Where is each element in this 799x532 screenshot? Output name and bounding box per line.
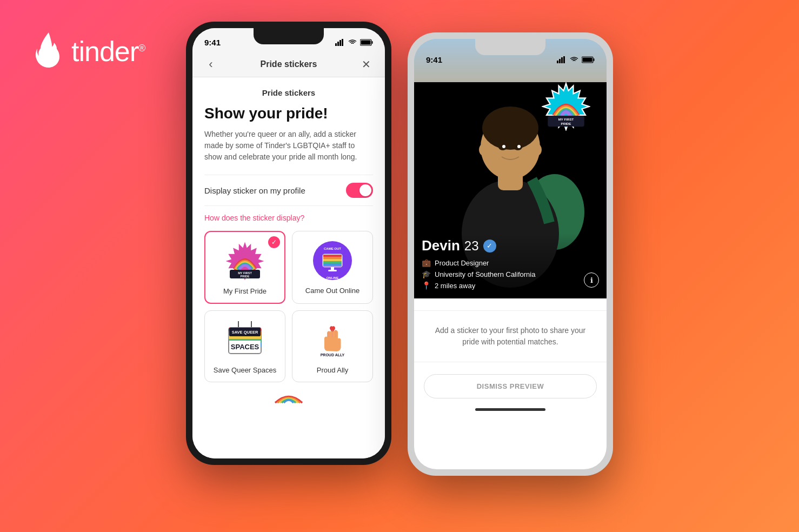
detail-school: 🎓 University of Southern California — [422, 270, 583, 278]
nav-bar-left: ‹ Pride stickers ✕ — [192, 52, 385, 77]
toggle-row: Display sticker on my profile — [204, 175, 373, 206]
school-icon: 🎓 — [422, 270, 430, 278]
bottom-peek-sticker — [204, 388, 373, 404]
detail-job: 💼 Product Designer — [422, 258, 583, 267]
save-queer-spaces-sticker-svg: SAVE QUEER SPACES — [223, 321, 267, 359]
profile-overlay-info: Devin 23 ✓ 💼 Product Designer 🎓 Universi… — [422, 237, 583, 292]
svg-rect-42 — [559, 59, 561, 63]
battery-icon-right — [582, 56, 595, 63]
status-icons-right — [557, 56, 595, 63]
screen-description: Whether you're queer or an ally, add a s… — [204, 129, 373, 163]
svg-rect-46 — [594, 58, 595, 61]
sticker-name-proud-ally: Proud Ally — [317, 366, 349, 374]
signal-icon-left — [335, 39, 345, 46]
dismiss-preview-button[interactable]: DISMISS PREVIEW — [424, 374, 597, 398]
tinder-logo: tinder® — [32, 32, 145, 70]
battery-icon-left — [360, 39, 373, 46]
phones-container: 9:41 — [186, 22, 613, 476]
svg-rect-6 — [361, 40, 371, 44]
svg-rect-19 — [323, 265, 342, 267]
profile-details: 💼 Product Designer 🎓 University of South… — [422, 258, 583, 290]
svg-point-59 — [502, 145, 505, 148]
svg-point-60 — [517, 145, 521, 148]
profile-photo: 9:41 — [414, 39, 607, 298]
location-icon: 📍 — [422, 281, 430, 290]
sticker-name-my-first-pride: My First Pride — [223, 287, 267, 295]
screen-content-left: Pride stickers Show your pride! Whether … — [192, 77, 385, 458]
detail-distance: 📍 2 miles away — [422, 281, 583, 290]
add-sticker-text: Add a sticker to your first photo to sha… — [414, 317, 607, 355]
verified-badge: ✓ — [483, 240, 496, 252]
svg-text:PRIDE: PRIDE — [561, 122, 571, 125]
info-button[interactable]: ℹ — [584, 272, 599, 288]
svg-rect-14 — [323, 255, 342, 257]
wifi-icon-right — [570, 56, 578, 63]
svg-point-56 — [533, 144, 542, 156]
screen-main-heading: Show your pride! — [204, 105, 373, 122]
svg-rect-41 — [557, 61, 558, 63]
svg-rect-18 — [323, 263, 342, 265]
signal-icon-right — [557, 56, 567, 63]
sticker-image-came-out-online: CAME OUT ONLINE — [311, 239, 354, 282]
svg-rect-16 — [323, 259, 342, 261]
back-button[interactable]: ‹ — [203, 57, 218, 71]
profile-name: Devin — [422, 237, 460, 254]
svg-text:SPACES: SPACES — [231, 343, 259, 351]
phone-notch-left — [254, 28, 324, 44]
profile-name-row: Devin 23 ✓ — [422, 237, 583, 254]
status-icons-left — [335, 39, 373, 46]
sticker-image-save-queer-spaces: SAVE QUEER SPACES — [223, 318, 267, 362]
status-time-right: 9:41 — [426, 55, 442, 64]
svg-rect-15 — [323, 257, 342, 259]
svg-rect-17 — [323, 261, 342, 263]
svg-rect-21 — [328, 270, 337, 271]
svg-rect-3 — [342, 39, 343, 46]
sticker-came-out-online[interactable]: CAME OUT ONLINE Came Out Online — [292, 231, 373, 304]
profile-age: 23 — [464, 238, 479, 254]
check-badge-my-first-pride: ✓ — [268, 236, 280, 248]
svg-text:ONLINE: ONLINE — [327, 276, 339, 280]
svg-rect-1 — [337, 42, 339, 46]
peek-sticker-svg — [272, 388, 305, 404]
svg-rect-47 — [583, 57, 592, 62]
wifi-icon-left — [348, 39, 357, 46]
sticker-name-came-out-online: Came Out Online — [305, 287, 359, 295]
phone-notch-right — [475, 39, 545, 55]
close-button[interactable]: ✕ — [359, 58, 374, 71]
svg-text:SAVE QUEER: SAVE QUEER — [232, 330, 258, 335]
sticker-image-proud-ally: PROUD ALLY — [311, 318, 354, 362]
svg-rect-43 — [561, 57, 563, 63]
home-indicator-right — [475, 408, 545, 411]
phone-left: 9:41 — [186, 22, 391, 465]
screen-subheading: Pride stickers — [204, 88, 373, 97]
how-display-link[interactable]: How does the sticker display? — [204, 214, 373, 222]
proud-ally-sticker-svg: PROUD ALLY — [314, 321, 351, 359]
svg-rect-0 — [335, 43, 337, 46]
flame-icon — [32, 32, 65, 70]
svg-text:PROUD ALLY: PROUD ALLY — [321, 353, 345, 357]
my-first-pride-sticker-svg: MY FIRST PRIDE — [223, 240, 267, 283]
status-time-left: 9:41 — [204, 38, 221, 47]
my-first-pride-sticker-overlay-svg: MY FIRST PRIDE — [542, 82, 590, 131]
came-out-online-sticker-svg: CAME OUT ONLINE — [311, 239, 354, 282]
svg-text:CAME OUT: CAME OUT — [324, 247, 341, 250]
sticker-save-queer-spaces[interactable]: SAVE QUEER SPACES Save Queer Spaces — [204, 310, 285, 382]
phone-right: 9:41 — [408, 32, 613, 476]
toggle-label: Display sticker on my profile — [204, 186, 305, 195]
divider-bottom — [414, 362, 607, 362]
job-icon: 💼 — [422, 258, 430, 267]
sticker-proud-ally[interactable]: PROUD ALLY Proud Ally — [292, 310, 373, 382]
svg-rect-2 — [339, 40, 341, 46]
divider-top — [414, 310, 607, 311]
sticker-image-my-first-pride: MY FIRST PRIDE — [223, 240, 267, 283]
sticker-name-save-queer-spaces: Save Queer Spaces — [214, 366, 276, 374]
svg-point-55 — [479, 144, 488, 156]
sticker-my-first-pride[interactable]: ✓ — [204, 231, 285, 304]
svg-rect-5 — [372, 41, 373, 44]
svg-rect-44 — [563, 56, 565, 63]
stickers-grid: ✓ — [204, 231, 373, 382]
svg-text:MY FIRST: MY FIRST — [558, 117, 574, 121]
display-sticker-toggle[interactable] — [346, 183, 373, 198]
svg-text:PRIDE: PRIDE — [241, 275, 250, 278]
sticker-profile-overlay: MY FIRST PRIDE — [542, 82, 590, 131]
